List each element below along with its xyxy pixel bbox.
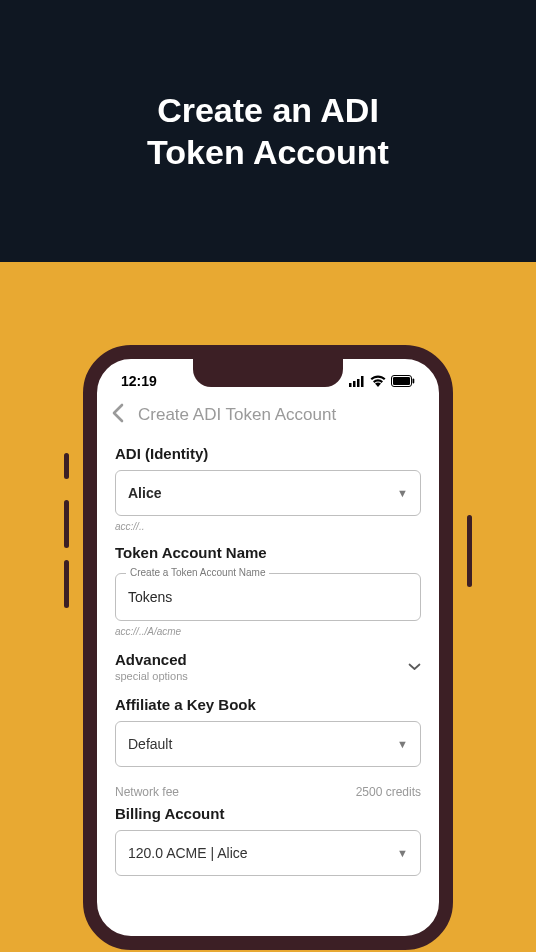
fee-value: 2500 credits <box>356 785 421 799</box>
token-name-float-label: Create a Token Account Name <box>126 567 269 578</box>
svg-rect-3 <box>361 376 364 387</box>
svg-rect-0 <box>349 383 352 387</box>
fee-label: Network fee <box>115 785 179 799</box>
svg-rect-5 <box>393 377 410 385</box>
banner-title: Create an ADI Token Account <box>147 89 389 174</box>
chevron-down-icon: ▼ <box>397 847 408 859</box>
cellular-icon <box>349 376 365 387</box>
phone-frame: 12:19 Create ADI Token Account ADI (Iden… <box>83 345 453 950</box>
advanced-toggle[interactable]: Advanced special options <box>115 651 421 682</box>
battery-icon <box>391 375 415 387</box>
chevron-left-icon <box>111 403 124 423</box>
phone-notch <box>193 357 343 387</box>
chevron-down-icon <box>408 651 421 675</box>
svg-rect-2 <box>357 379 360 387</box>
keybook-select[interactable]: Default ▼ <box>115 721 421 767</box>
screen-title: Create ADI Token Account <box>138 405 336 425</box>
adi-select[interactable]: Alice ▼ <box>115 470 421 516</box>
keybook-label: Affiliate a Key Book <box>115 696 421 713</box>
advanced-label: Advanced <box>115 651 188 668</box>
adi-hint: acc://.. <box>115 521 421 532</box>
chevron-down-icon: ▼ <box>397 487 408 499</box>
navigation-bar: Create ADI Token Account <box>97 397 439 437</box>
billing-label: Billing Account <box>115 805 421 822</box>
adi-value: Alice <box>128 485 161 501</box>
phone-power-button <box>467 515 472 587</box>
wifi-icon <box>370 375 386 387</box>
banner-title-line1: Create an ADI <box>157 91 379 129</box>
banner-title-line2: Token Account <box>147 133 389 171</box>
billing-value: 120.0 ACME | Alice <box>128 845 248 861</box>
keybook-value: Default <box>128 736 172 752</box>
marketing-banner: Create an ADI Token Account <box>0 0 536 262</box>
advanced-sub: special options <box>115 670 188 682</box>
network-fee-row: Network fee 2500 credits <box>115 785 421 799</box>
back-button[interactable] <box>111 403 124 427</box>
token-name-input[interactable]: Create a Token Account Name Tokens <box>115 573 421 621</box>
phone-side-button <box>64 453 69 479</box>
billing-select[interactable]: 120.0 ACME | Alice ▼ <box>115 830 421 876</box>
adi-label: ADI (Identity) <box>115 445 421 462</box>
svg-rect-6 <box>413 379 415 384</box>
phone-volume-up <box>64 500 69 548</box>
token-name-value: Tokens <box>128 589 172 605</box>
svg-rect-1 <box>353 381 356 387</box>
status-time: 12:19 <box>121 373 157 389</box>
chevron-down-icon: ▼ <box>397 738 408 750</box>
token-name-hint: acc://../A/acme <box>115 626 421 637</box>
phone-volume-down <box>64 560 69 608</box>
token-name-label: Token Account Name <box>115 544 421 561</box>
